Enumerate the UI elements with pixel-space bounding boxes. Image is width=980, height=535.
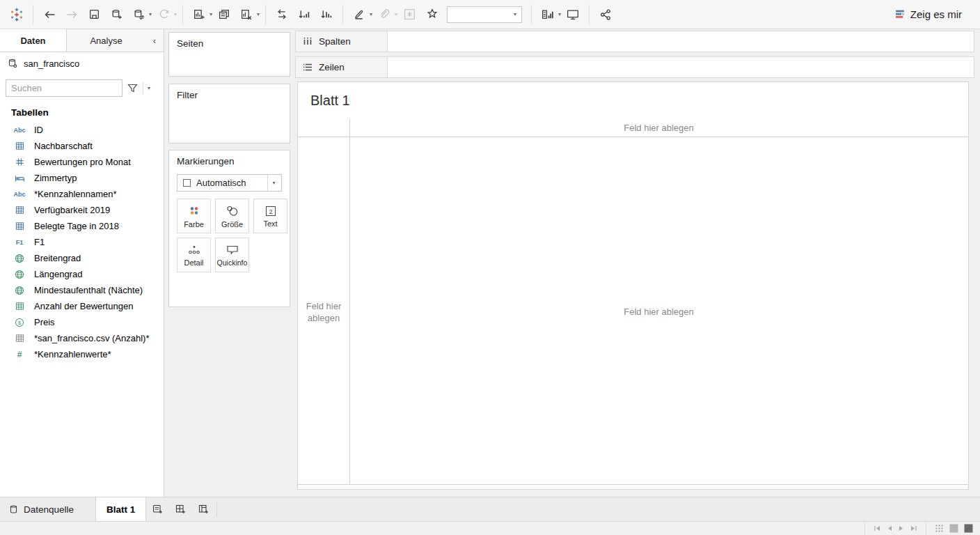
- table-hash-icon: [11, 302, 28, 311]
- highlight-caret[interactable]: ▾: [370, 11, 372, 17]
- highlight-button[interactable]: [349, 4, 369, 25]
- datasource-tab[interactable]: Datenquelle: [0, 497, 95, 521]
- filters-shelf[interactable]: Filter: [168, 84, 290, 144]
- search-box[interactable]: [6, 79, 122, 97]
- active-sheet-tab[interactable]: Blatt 1: [95, 497, 146, 521]
- show-tabs-button[interactable]: [964, 524, 973, 533]
- field-label: Mindestaufenthalt (Nächte): [34, 285, 143, 295]
- show-mark-labels-button[interactable]: [400, 4, 419, 25]
- worksheet-canvas[interactable]: Blatt 1 Feld hier ablegen Feld hier able…: [297, 82, 969, 490]
- filter-fields-icon[interactable]: [127, 83, 138, 93]
- show-sheet-sorter-button[interactable]: [935, 524, 944, 533]
- mark-button-label: Detail: [184, 258, 203, 267]
- field-item[interactable]: #*Kennzahlenwerte*: [0, 346, 164, 362]
- color-icon: [187, 204, 201, 218]
- refresh-data-source-button[interactable]: [129, 4, 148, 25]
- columns-shelf-dropzone[interactable]: [388, 31, 974, 52]
- table-icon: [11, 222, 28, 231]
- sheet-title: Blatt 1: [310, 93, 350, 109]
- columns-shelf-label: Spalten: [319, 36, 351, 47]
- globe-icon: [11, 254, 28, 263]
- undo-button[interactable]: [40, 4, 59, 25]
- redo-button[interactable]: [62, 4, 81, 25]
- columns-dropzone-hint[interactable]: Feld hier ablegen: [349, 123, 968, 133]
- rows-shelf-dropzone[interactable]: [388, 57, 974, 77]
- show-hide-cards-button[interactable]: [538, 4, 558, 25]
- new-worksheet-caret[interactable]: ▾: [210, 11, 212, 17]
- mark-button-gre[interactable]: Größe: [215, 199, 249, 233]
- rows-dropzone-hint[interactable]: Feld hier ablegen: [298, 300, 349, 324]
- run-update-caret[interactable]: ▾: [174, 11, 177, 17]
- new-dashboard-tab-button[interactable]: [169, 497, 192, 521]
- field-item[interactable]: Breitengrad: [0, 250, 164, 266]
- field-label: Anzahl der Bewertungen: [34, 301, 133, 311]
- swap-axes-button[interactable]: [272, 4, 292, 25]
- group-members-caret[interactable]: ▾: [395, 11, 397, 17]
- view-mode-group: [926, 524, 980, 533]
- refresh-dropdown-caret[interactable]: ▾: [149, 11, 152, 17]
- sheet-nav-group: [864, 522, 926, 535]
- new-data-source-button[interactable]: [106, 4, 126, 25]
- run-update-button[interactable]: [154, 4, 173, 25]
- field-options-caret[interactable]: ▾: [148, 85, 150, 91]
- field-item[interactable]: Anzahl der Bewertungen: [0, 298, 164, 314]
- pages-shelf[interactable]: Seiten: [168, 32, 290, 77]
- collapse-pane-button[interactable]: ‹: [145, 29, 164, 52]
- datasource-item[interactable]: san_francisco: [0, 52, 164, 75]
- mark-button-farbe[interactable]: Farbe: [177, 199, 211, 233]
- filters-shelf-label: Filter: [177, 90, 198, 100]
- mark-type-select[interactable]: Automatisch ▾: [177, 174, 282, 192]
- first-sheet-button[interactable]: [874, 525, 880, 532]
- tab-daten[interactable]: Daten: [0, 29, 66, 52]
- mark-button-quickinfo[interactable]: Quickinfo: [215, 238, 249, 272]
- field-item[interactable]: Belegte Tage in 2018: [0, 218, 164, 234]
- hash-grid-icon: [11, 157, 28, 166]
- tab-analyse[interactable]: Analyse: [66, 29, 145, 52]
- column-header-divider: [298, 137, 968, 137]
- field-item[interactable]: $Preis: [0, 314, 164, 330]
- rows-shelf[interactable]: Zeilen: [295, 56, 974, 78]
- field-label: Längengrad: [34, 269, 82, 279]
- previous-sheet-button[interactable]: [887, 525, 892, 532]
- sort-ascending-button[interactable]: [294, 4, 314, 25]
- body-dropzone-hint[interactable]: Feld hier ablegen: [349, 307, 968, 317]
- field-item[interactable]: Zimmertyp: [0, 170, 164, 186]
- field-item[interactable]: Verfügbarkeit 2019: [0, 202, 164, 218]
- new-story-tab-button[interactable]: [192, 497, 215, 521]
- rows-shelf-label-box: Zeilen: [296, 57, 388, 77]
- detail-icon: [187, 244, 201, 256]
- columns-shelf[interactable]: Spalten: [295, 31, 974, 52]
- group-members-button[interactable]: [374, 4, 394, 25]
- field-item[interactable]: Mindestaufenthalt (Nächte): [0, 282, 164, 298]
- new-worksheet-button[interactable]: [189, 4, 209, 25]
- mark-button-detail[interactable]: Detail: [177, 238, 211, 272]
- fix-axes-button[interactable]: [422, 4, 441, 25]
- clear-sheet-caret[interactable]: ▾: [257, 11, 260, 17]
- fit-selector[interactable]: ▾: [447, 6, 522, 23]
- field-item[interactable]: *san_francisco.csv (Anzahl)*: [0, 330, 164, 346]
- rows-dropzone-hint-line1: Feld hier: [298, 300, 349, 312]
- show-me-button[interactable]: Zeig es mir: [895, 8, 974, 20]
- field-item[interactable]: Abc*Kennzahlennamen*: [0, 186, 164, 202]
- field-item[interactable]: F1F1: [0, 234, 164, 250]
- show-hide-cards-caret[interactable]: ▾: [558, 11, 561, 17]
- clear-sheet-button[interactable]: [237, 4, 256, 25]
- field-item[interactable]: Bewertungen pro Monat: [0, 154, 164, 170]
- field-item[interactable]: Längengrad: [0, 266, 164, 282]
- duplicate-button[interactable]: [214, 4, 234, 25]
- presentation-mode-button[interactable]: [563, 4, 583, 25]
- field-item[interactable]: AbcID: [0, 122, 164, 138]
- save-button[interactable]: [84, 4, 104, 25]
- tableau-logo[interactable]: [7, 4, 26, 25]
- mark-button-text[interactable]: 2Text: [253, 199, 287, 233]
- new-worksheet-tab-button[interactable]: [146, 497, 169, 521]
- last-sheet-button[interactable]: [910, 525, 917, 532]
- share-button[interactable]: [596, 4, 615, 25]
- next-sheet-button[interactable]: [899, 525, 904, 532]
- columns-icon: [303, 37, 313, 46]
- field-item[interactable]: Nachbarschaft: [0, 138, 164, 154]
- search-input[interactable]: [11, 83, 134, 93]
- marks-card-title: Markierungen: [177, 156, 235, 166]
- sort-descending-button[interactable]: [317, 4, 336, 25]
- show-filmstrip-button[interactable]: [949, 524, 958, 533]
